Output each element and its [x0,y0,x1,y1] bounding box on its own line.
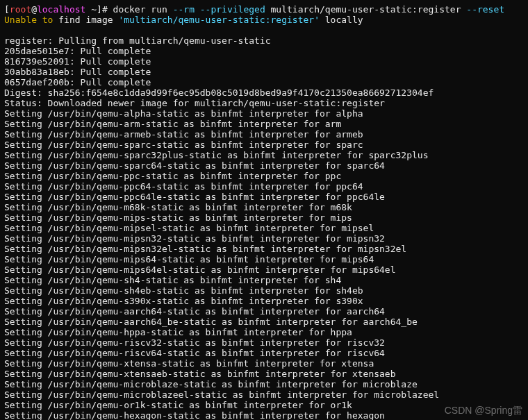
prompt-hash: # [102,4,113,15]
setting-line: Setting /usr/bin/qemu-sparc-static as bi… [4,140,363,150]
watermark-text: CSDN @Spring雷 [445,405,522,416]
setting-line: Setting /usr/bin/qemu-mips64el-static as… [4,264,396,275]
setting-line: Setting /usr/bin/qemu-mipsn32el-static a… [4,244,406,254]
setting-line: Setting /usr/bin/qemu-ppc64le-static as … [4,192,385,202]
setting-line: Setting /usr/bin/qemu-mipsel-static as b… [4,223,374,233]
setting-line: Setting /usr/bin/qemu-xtensa-static as b… [4,358,374,369]
prompt-user: root [10,4,31,15]
prompt-host: localhost [37,4,85,15]
setting-line: Setting /usr/bin/qemu-microblazeel-stati… [4,389,439,400]
terminal-window[interactable]: [root@localhost ~]# docker run --rm --pr… [0,0,528,420]
setting-line: Setting /usr/bin/qemu-hppa-static as bin… [4,327,352,337]
setting-line: Setting /usr/bin/qemu-arm-static as binf… [4,119,341,129]
prompt-close: ] [97,4,102,15]
setting-line: Setting /usr/bin/qemu-microblaze-static … [4,379,418,389]
setting-line: Setting /usr/bin/qemu-sparc64-static as … [4,160,385,171]
setting-line: Setting /usr/bin/qemu-sh4-static as binf… [4,275,341,285]
setting-line: Setting /usr/bin/qemu-sparc32plus-static… [4,150,428,160]
setting-line: Setting /usr/bin/qemu-aarch64_be-static … [4,317,418,327]
digest-line: Digest: sha256:f654e8c1dda9d99f6ec95db08… [4,87,434,98]
unable-word5: locally [320,15,363,25]
setting-line: Setting /usr/bin/qemu-sh4eb-static as bi… [4,285,363,296]
setting-line: Setting /usr/bin/qemu-riscv32-static as … [4,337,385,348]
layer-line: 816739e52091: Pull complete [4,56,151,67]
setting-line: Setting /usr/bin/qemu-mips-static as bin… [4,212,352,223]
setting-line: Setting /usr/bin/qemu-alpha-static as bi… [4,108,363,119]
setting-line: Setting /usr/bin/qemu-armeb-static as bi… [4,129,363,140]
cmd-opt-privileged: --privileged [200,4,271,15]
setting-line: Setting /usr/bin/qemu-xtensaeb-static as… [4,369,396,379]
cmd-image: multiarch/qemu-user-static:register [271,4,467,15]
pull-header: register: Pulling from multiarch/qemu-us… [4,35,271,46]
setting-line: Setting /usr/bin/qemu-s390x-static as bi… [4,296,363,306]
setting-line: Setting /usr/bin/qemu-mips64-static as b… [4,254,374,264]
layer-line: 30abb83a18eb: Pull complete [4,67,151,77]
unable-image-name: 'multiarch/qemu-user-static:register' [118,15,320,25]
prompt-open: [ [4,4,10,15]
setting-line: Setting /usr/bin/qemu-or1k-static as bin… [4,400,352,410]
setting-line: Setting /usr/bin/qemu-mipsn32-static as … [4,233,385,244]
setting-line: Setting /usr/bin/qemu-hexagon-static as … [4,410,385,420]
unable-word3: find image [58,15,118,25]
setting-line: Setting /usr/bin/qemu-ppc-static as binf… [4,171,341,181]
status-line: Status: Downloaded newer image for multi… [4,98,385,108]
unable-word1: Unable [4,15,42,25]
unable-word2: to [42,15,58,25]
setting-line: Setting /usr/bin/qemu-aarch64-static as … [4,306,385,317]
prompt-at: @ [31,4,37,15]
layer-line: 0657daef200b: Pull complete [4,77,151,87]
setting-line: Setting /usr/bin/qemu-m68k-static as bin… [4,202,352,212]
cmd-docker-run: docker run [113,4,173,15]
setting-line: Setting /usr/bin/qemu-riscv64-static as … [4,348,385,358]
cmd-opt-reset: --reset [466,4,504,15]
prompt-path: ~ [85,4,97,15]
layer-line: 205dae5015e7: Pull complete [4,46,151,56]
setting-line: Setting /usr/bin/qemu-ppc64-static as bi… [4,181,363,192]
cmd-opt-rm: --rm [173,4,200,15]
